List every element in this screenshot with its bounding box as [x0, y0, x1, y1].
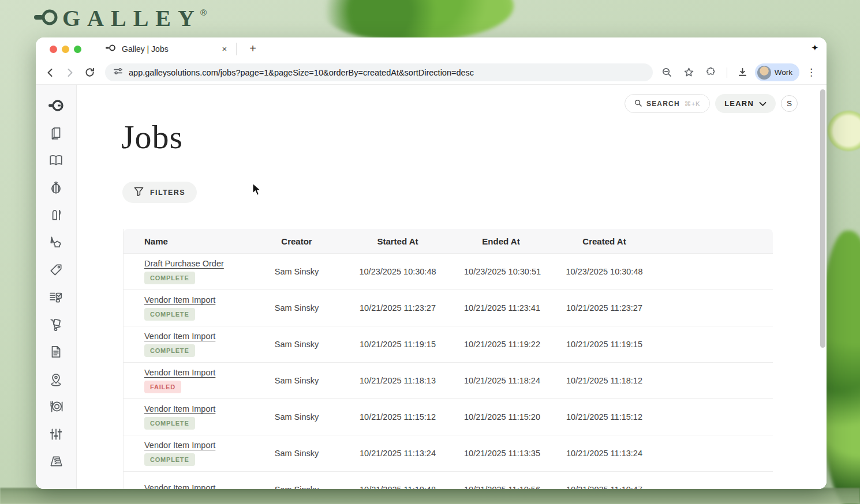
prep-board-knife-icon[interactable] [48, 207, 64, 223]
page-scrollbar-thumb[interactable] [820, 89, 825, 348]
recipe-book-icon[interactable] [48, 152, 64, 168]
new-tab-button[interactable]: + [245, 42, 260, 57]
table-row: Vendor Item Import COMPLETE Sam Sinsky 1… [124, 435, 773, 472]
column-header-name[interactable]: Name [124, 236, 262, 246]
started-cell: 10/21/2025 11:19:15 [331, 340, 464, 349]
ended-cell: 10/21/2025 11:23:41 [464, 303, 538, 313]
site-settings-tune-icon[interactable] [113, 66, 123, 78]
table-row: Vendor Item Import Sam Sinsky 10/21/2025… [124, 472, 773, 489]
created-cell: 10/21/2025 11:13:24 [538, 449, 671, 458]
location-pin-icon[interactable] [48, 371, 64, 387]
app-topbar: SEARCH ⌘+K LEARN S [625, 94, 798, 113]
planner-pad-icon[interactable] [48, 454, 64, 469]
tab-title: Galley | Jobs [122, 44, 219, 54]
minimize-window-button[interactable] [62, 46, 69, 53]
downloads-icon[interactable] [734, 64, 751, 81]
chevron-down-icon [759, 99, 766, 109]
mouse-cursor [252, 183, 263, 199]
browser-menu-kebab-icon[interactable]: ⋮ [802, 66, 821, 78]
table-row: Draft Purchase Order COMPLETE Sam Sinsky… [124, 254, 773, 290]
profile-name: Work [775, 68, 792, 77]
status-badge: COMPLETE [144, 417, 195, 430]
learn-button[interactable]: LEARN [715, 94, 776, 113]
job-name-link[interactable]: Vendor Item Import [144, 295, 215, 304]
table-row: Vendor Item Import FAILED Sam Sinsky 10/… [124, 363, 773, 399]
search-icon [634, 99, 642, 109]
learn-label: LEARN [724, 99, 754, 108]
creator-cell: Sam Sinsky [262, 340, 331, 349]
status-badge: COMPLETE [144, 453, 195, 466]
profile-avatar [757, 66, 771, 80]
search-button[interactable]: SEARCH ⌘+K [625, 94, 710, 113]
chef-hat-whisk-icon[interactable] [48, 235, 64, 250]
galley-logo[interactable] [48, 97, 64, 113]
app-main: SEARCH ⌘+K LEARN S Jobs FILTERS [77, 85, 827, 489]
created-cell: 10/21/2025 11:19:15 [538, 340, 671, 349]
started-cell: 10/21/2025 11:10:48 [331, 485, 464, 489]
job-name-link[interactable]: Vendor Item Import [144, 404, 215, 413]
address-bar[interactable]: app.galleysolutions.com/jobs?page=1&page… [105, 63, 653, 81]
column-header-ended-at[interactable]: Ended At [464, 236, 538, 246]
column-header-creator[interactable]: Creator [262, 236, 331, 246]
ended-cell: 10/23/2025 10:30:51 [464, 267, 538, 276]
filter-funnel-icon [134, 187, 144, 198]
close-window-button[interactable] [50, 46, 57, 53]
cucumber-slice-photo [828, 111, 860, 151]
column-header-created-at[interactable]: Created At [538, 236, 671, 246]
job-name-link[interactable]: Vendor Item Import [144, 441, 215, 450]
table-row: Vendor Item Import COMPLETE Sam Sinsky 1… [124, 399, 773, 435]
status-badge: COMPLETE [144, 344, 195, 357]
menu-card-icon[interactable] [48, 125, 64, 141]
page-scrollbar-track[interactable] [818, 85, 827, 489]
started-cell: 10/21/2025 11:13:24 [331, 449, 464, 458]
created-cell: 10/21/2025 11:10:47 [538, 485, 671, 489]
price-tag-icon[interactable] [48, 262, 64, 277]
zoom-window-button[interactable] [74, 46, 81, 53]
zoom-out-icon[interactable] [659, 64, 676, 81]
page-title: Jobs [121, 118, 183, 156]
reload-icon[interactable] [81, 64, 98, 81]
extensions-puzzle-icon[interactable] [702, 64, 720, 81]
ingredient-onion-icon[interactable] [48, 180, 64, 195]
filters-label: FILTERS [150, 189, 185, 197]
creator-cell: Sam Sinsky [262, 376, 331, 385]
forward-icon[interactable] [61, 64, 78, 81]
creator-cell: Sam Sinsky [262, 449, 331, 458]
status-badge: FAILED [144, 381, 181, 393]
ended-cell: 10/21/2025 11:13:35 [464, 449, 538, 458]
settings-sliders-icon[interactable] [48, 426, 64, 442]
ended-cell: 10/21/2025 11:19:22 [464, 340, 538, 349]
table-row: Vendor Item Import COMPLETE Sam Sinsky 1… [124, 326, 773, 363]
user-avatar[interactable]: S [781, 95, 798, 112]
browser-tab[interactable]: Galley | Jobs × [98, 37, 236, 61]
hand-truck-icon[interactable] [48, 317, 64, 332]
back-icon[interactable] [42, 64, 59, 81]
job-name-link[interactable]: Draft Purchase Order [144, 259, 224, 268]
jobs-table-body: Draft Purchase Order COMPLETE Sam Sinsky… [124, 254, 773, 489]
task-list-icon[interactable] [48, 289, 64, 305]
jobs-table-header: Name Creator Started At Ended At Created… [124, 229, 773, 254]
ended-cell: 10/21/2025 11:10:56 [464, 485, 538, 489]
status-badge: COMPLETE [144, 308, 195, 321]
jobs-table: Name Creator Started At Ended At Created… [123, 229, 773, 489]
started-cell: 10/21/2025 11:23:27 [331, 303, 464, 313]
sparkle-icon[interactable]: ✦ [811, 43, 818, 53]
job-name-link[interactable]: Vendor Item Import [144, 368, 215, 377]
bookmark-star-icon[interactable] [680, 64, 698, 81]
tab-close-icon[interactable]: × [219, 43, 230, 55]
document-icon[interactable] [48, 344, 64, 360]
browser-profile-chip[interactable]: Work [755, 63, 799, 81]
window-controls[interactable] [50, 46, 81, 53]
job-name-link[interactable]: Vendor Item Import [144, 483, 215, 489]
column-header-started-at[interactable]: Started At [331, 236, 464, 246]
creator-cell: Sam Sinsky [262, 303, 331, 313]
toolbar-divider [727, 67, 727, 78]
started-cell: 10/23/2025 10:30:48 [331, 267, 464, 276]
meal-plate-icon[interactable] [48, 399, 64, 415]
ended-cell: 10/21/2025 11:15:20 [464, 412, 538, 422]
job-name-link[interactable]: Vendor Item Import [144, 332, 215, 341]
url-text[interactable]: app.galleysolutions.com/jobs?page=1&page… [129, 68, 474, 77]
filters-button[interactable]: FILTERS [122, 182, 197, 203]
created-cell: 10/21/2025 11:18:12 [538, 376, 671, 385]
status-badge: COMPLETE [144, 272, 195, 284]
